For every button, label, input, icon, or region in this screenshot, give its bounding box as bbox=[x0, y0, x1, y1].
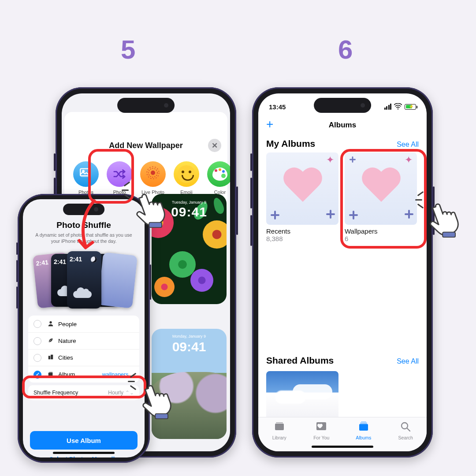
section-shared-albums: Shared Albums See All bbox=[258, 351, 427, 368]
tile-date: Tuesday, January 9 bbox=[152, 200, 227, 205]
shuffle-frequency-row[interactable]: Shuffle Frequency Hourly ⌃⌄ bbox=[28, 385, 139, 400]
tab-label: For You bbox=[313, 435, 329, 440]
source-nature[interactable]: Nature bbox=[28, 332, 139, 349]
add-wallpaper-title: Add New Wallpaper bbox=[109, 141, 182, 150]
svg-point-3 bbox=[151, 171, 155, 175]
section-title: My Albums bbox=[266, 138, 315, 149]
preview-time: 2:41 bbox=[36, 259, 49, 267]
emoji-icon bbox=[178, 165, 195, 183]
album-count: 8,388 bbox=[266, 235, 338, 242]
album-thumbnail: ✦ bbox=[266, 152, 338, 225]
section-title: Shared Albums bbox=[266, 355, 334, 366]
radio-unchecked-icon bbox=[33, 354, 41, 362]
photo-shuffle-preview: 2:41 2:41 2:41 bbox=[35, 249, 132, 311]
add-wallpaper-header: Add New Wallpaper ✕ bbox=[64, 130, 227, 161]
wallpaper-tile-scenic[interactable]: Monday, January 9 09:41 bbox=[152, 329, 227, 439]
leaf-icon bbox=[47, 337, 55, 345]
tab-library[interactable]: Library bbox=[259, 421, 300, 440]
album-name: Recents bbox=[266, 227, 338, 235]
tab-for-you[interactable]: For You bbox=[301, 421, 342, 440]
album-name: Wallpapers bbox=[345, 227, 417, 235]
radio-unchecked-icon bbox=[33, 320, 41, 328]
palette-icon bbox=[212, 167, 227, 181]
step-number-5: 5 bbox=[121, 34, 135, 65]
albums-icon bbox=[343, 421, 384, 434]
tile-date: Monday, January 9 bbox=[152, 334, 227, 338]
home-indicator bbox=[53, 452, 115, 454]
shuffle-frequency-label: Shuffle Frequency bbox=[33, 390, 78, 396]
wifi-icon bbox=[394, 103, 402, 111]
navbar-title: Albums bbox=[329, 121, 356, 130]
svg-rect-15 bbox=[360, 423, 367, 424]
svg-rect-12 bbox=[276, 422, 283, 423]
use-album-button[interactable]: Use Album bbox=[30, 431, 138, 450]
tile-time: 09:41 bbox=[152, 339, 227, 354]
source-label: Cities bbox=[58, 354, 73, 361]
svg-rect-9 bbox=[48, 373, 53, 376]
battery-icon: ⚡ bbox=[405, 104, 416, 110]
see-all-link[interactable]: See All bbox=[397, 141, 419, 149]
chevron-updown-icon: ⌃⌄ bbox=[125, 390, 134, 396]
shuffle-source-list: People Nature Cities bbox=[28, 316, 139, 383]
buildings-icon bbox=[47, 354, 55, 361]
svg-rect-20 bbox=[443, 232, 455, 238]
svg-point-17 bbox=[402, 423, 408, 429]
source-cities[interactable]: Cities bbox=[28, 349, 139, 366]
tab-search[interactable]: Search bbox=[385, 421, 426, 440]
tab-label: Search bbox=[398, 435, 413, 440]
album-thumbnail: ✦ bbox=[345, 152, 417, 225]
wallpaper-tile-unity-bloom[interactable]: Tuesday, January 909:41 Unity Bloom bbox=[152, 194, 227, 304]
home-indicator bbox=[312, 446, 373, 448]
svg-rect-7 bbox=[48, 356, 50, 360]
shared-album-thumbnail[interactable] bbox=[266, 371, 338, 424]
album-stack-icon bbox=[47, 371, 55, 378]
album-count: 6 bbox=[345, 235, 417, 242]
radio-checked-icon bbox=[33, 371, 41, 379]
tab-albums[interactable]: Albums bbox=[343, 421, 384, 440]
album-value-link[interactable]: wallpapers… bbox=[102, 372, 134, 378]
svg-point-6 bbox=[49, 321, 52, 324]
svg-rect-8 bbox=[51, 355, 53, 360]
svg-rect-11 bbox=[275, 424, 284, 430]
source-label: Nature bbox=[58, 338, 76, 344]
phone-step6: 13:45 ⚡ + Albums My Albums See All ✦ Rec… bbox=[252, 87, 433, 457]
preview-time: 2:41 bbox=[70, 256, 82, 263]
svg-rect-14 bbox=[359, 424, 368, 431]
preview-time: 2:41 bbox=[54, 258, 66, 265]
album-wallpapers[interactable]: ✦ Wallpapers 6 bbox=[345, 152, 417, 242]
phone-step5-front: Photo Shuffle A dynamic set of photos th… bbox=[18, 194, 150, 463]
source-label: People bbox=[58, 321, 77, 327]
select-photos-manually-button[interactable]: Select Photos Manually bbox=[23, 456, 145, 457]
svg-rect-16 bbox=[361, 421, 366, 422]
photos-icon bbox=[80, 167, 92, 181]
svg-rect-10 bbox=[49, 372, 53, 373]
close-icon[interactable]: ✕ bbox=[208, 139, 221, 152]
live-photo-icon bbox=[146, 166, 160, 182]
source-label: Album bbox=[58, 371, 75, 378]
see-all-link[interactable]: See All bbox=[397, 357, 419, 365]
photo-shuffle-title: Photo Shuffle bbox=[23, 220, 145, 230]
search-icon bbox=[385, 421, 426, 434]
tab-label: Library bbox=[272, 435, 286, 440]
radio-unchecked-icon bbox=[33, 337, 41, 345]
for-you-icon bbox=[301, 421, 342, 434]
person-icon bbox=[47, 320, 55, 328]
add-album-button[interactable]: + bbox=[266, 117, 273, 131]
shuffle-icon bbox=[113, 169, 126, 179]
status-time: 13:45 bbox=[269, 103, 286, 111]
section-my-albums: My Albums See All bbox=[258, 134, 427, 151]
source-people[interactable]: People bbox=[28, 316, 139, 332]
photo-shuffle-subtitle: A dynamic set of photos that shuffle as … bbox=[23, 230, 145, 244]
source-album[interactable]: Album wallpapers… bbox=[28, 366, 139, 383]
albums-navbar: + Albums bbox=[258, 116, 427, 134]
library-icon bbox=[259, 421, 300, 434]
shuffle-frequency-value: Hourly bbox=[108, 390, 123, 396]
tile-time: 09:41 bbox=[152, 205, 227, 219]
tab-bar: Library For You Albums Search bbox=[258, 417, 427, 451]
album-recents[interactable]: ✦ Recents 8,388 bbox=[266, 152, 338, 242]
tab-label: Albums bbox=[356, 435, 371, 440]
step-number-6: 6 bbox=[338, 34, 353, 65]
cellular-icon bbox=[384, 104, 392, 110]
